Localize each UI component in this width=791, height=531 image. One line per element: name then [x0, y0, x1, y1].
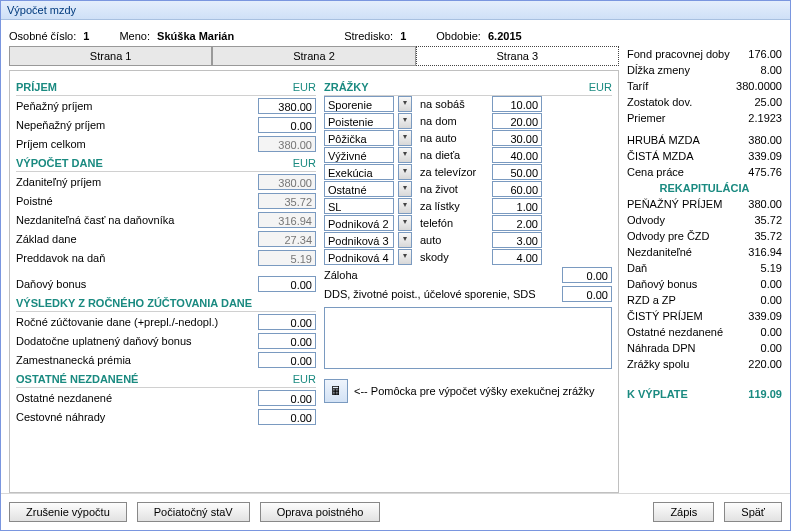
tab-strana3[interactable]: Strana 3 [416, 46, 619, 66]
osobne-cislo-label: Osobné číslo: [9, 30, 76, 42]
calculator-button[interactable]: 🖩 [324, 379, 348, 403]
dropdown-icon[interactable]: ▾ [398, 198, 412, 214]
dropdown-icon[interactable]: ▾ [398, 147, 412, 163]
dropdown-icon[interactable]: ▾ [398, 130, 412, 146]
dropdown-icon[interactable]: ▾ [398, 215, 412, 231]
dds-value[interactable]: 0.00 [562, 286, 612, 302]
zrazka-desc: na život [418, 183, 488, 195]
zdan-value: 380.00 [258, 174, 316, 190]
zrazka-desc: za televízor [418, 166, 488, 178]
zaklad-label: Základ dane [16, 233, 258, 245]
pociatocny-button[interactable]: Počiatočný staV [137, 502, 250, 522]
dodat-label: Dodatočne uplatnený daňový bonus [16, 335, 258, 347]
rekap-value: 339.09 [748, 308, 782, 324]
dropdown-icon[interactable]: ▾ [398, 113, 412, 129]
rekap-value: 0.00 [761, 276, 782, 292]
zaloha-label: Záloha [324, 269, 558, 281]
rekap-value: 0.00 [761, 340, 782, 356]
fond-value: 176.00 [748, 46, 782, 62]
zrazka-desc: za lístky [418, 200, 488, 212]
dropdown-icon[interactable]: ▾ [398, 249, 412, 265]
dlzka-label: Dĺžka zmeny [627, 62, 690, 78]
zrusenie-button[interactable]: Zrušenie výpočtu [9, 502, 127, 522]
zapis-button[interactable]: Zápis [653, 502, 714, 522]
rekap-value: 380.00 [748, 196, 782, 212]
cest-label: Cestovné náhrady [16, 411, 258, 423]
bonus-value[interactable]: 0.00 [258, 276, 316, 292]
rekap-value: 35.72 [754, 228, 782, 244]
cena-value: 475.76 [748, 164, 782, 180]
tab-strana1[interactable]: Strana 1 [9, 46, 212, 66]
rzd-title: VÝSLEDKY Z ROČNÉHO ZÚČTOVANIA DANE [16, 295, 316, 312]
dropdown-icon[interactable]: ▾ [398, 232, 412, 248]
bonus-label: Daňový bonus [16, 278, 258, 290]
obdobie-label: Obdobie: [436, 30, 481, 42]
zrazka-name[interactable]: Podniková 3 [324, 232, 394, 248]
priemer-value: 2.1923 [748, 110, 782, 126]
tab-strana2[interactable]: Strana 2 [212, 46, 415, 66]
zrazka-value[interactable]: 50.00 [492, 164, 542, 180]
rekap-label: Odvody [627, 212, 665, 228]
zrazka-value[interactable]: 1.00 [492, 198, 542, 214]
zrazka-name[interactable]: Sporenie [324, 96, 394, 112]
zrazka-value[interactable]: 4.00 [492, 249, 542, 265]
zrazka-name[interactable]: Poistenie [324, 113, 394, 129]
penazny-value[interactable]: 380.00 [258, 98, 316, 114]
calculator-icon: 🖩 [330, 384, 342, 398]
zrazka-value[interactable]: 10.00 [492, 96, 542, 112]
nepenazny-value[interactable]: 0.00 [258, 117, 316, 133]
zrazka-desc: na auto [418, 132, 488, 144]
prijem-title: PRÍJEMEUR [16, 79, 316, 96]
zrazka-value[interactable]: 20.00 [492, 113, 542, 129]
ost-value[interactable]: 0.00 [258, 390, 316, 406]
zrazka-name[interactable]: Podniková 4 [324, 249, 394, 265]
ostatne-title: OSTATNÉ NEZDANENÉEUR [16, 371, 316, 388]
zrazka-desc: auto [418, 234, 488, 246]
zrazka-desc: na sobáš [418, 98, 488, 110]
zaloha-value[interactable]: 0.00 [562, 267, 612, 283]
zrazka-name[interactable]: Exekúcia [324, 164, 394, 180]
zrazka-name[interactable]: SL [324, 198, 394, 214]
premia-value[interactable]: 0.00 [258, 352, 316, 368]
dropdown-icon[interactable]: ▾ [398, 96, 412, 112]
rekap-label: ČISTÝ PRÍJEM [627, 308, 703, 324]
zrazka-name[interactable]: Výživné [324, 147, 394, 163]
nepenazny-label: Nepeňažný príjem [16, 119, 258, 131]
zrazka-desc: skody [418, 251, 488, 263]
stredisko-value: 1 [400, 30, 406, 42]
priemer-label: Priemer [627, 110, 666, 126]
hruba-value: 380.00 [748, 132, 782, 148]
cena-label: Cena práce [627, 164, 684, 180]
zrazky-grid: Sporenie▾na sobáš10.00Poistenie▾na dom20… [324, 96, 612, 265]
zrazka-name[interactable]: Podniková 2 [324, 215, 394, 231]
dodat-value[interactable]: 0.00 [258, 333, 316, 349]
rekap-label: Daňový bonus [627, 276, 697, 292]
poistne-value: 35.72 [258, 193, 316, 209]
spat-button[interactable]: Späť [724, 502, 782, 522]
cest-value[interactable]: 0.00 [258, 409, 316, 425]
zrazka-value[interactable]: 40.00 [492, 147, 542, 163]
zrazka-value[interactable]: 3.00 [492, 232, 542, 248]
stredisko-label: Stredisko: [344, 30, 393, 42]
dane-title: VÝPOČET DANEEUR [16, 155, 316, 172]
zrazka-desc: telefón [418, 217, 488, 229]
rekap-label: Nezdaniteľné [627, 244, 692, 260]
note-area[interactable] [324, 307, 612, 369]
dropdown-icon[interactable]: ▾ [398, 181, 412, 197]
dropdown-icon[interactable]: ▾ [398, 164, 412, 180]
zrazka-value[interactable]: 30.00 [492, 130, 542, 146]
cista-label: ČISTÁ MZDA [627, 148, 694, 164]
zrazka-desc: na dieťa [418, 149, 488, 161]
zrazka-name[interactable]: Ostatné [324, 181, 394, 197]
zrazka-value[interactable]: 60.00 [492, 181, 542, 197]
oprava-button[interactable]: Oprava poistného [260, 502, 381, 522]
rocne-value[interactable]: 0.00 [258, 314, 316, 330]
window-title: Výpočet mzdy [1, 1, 790, 20]
rekap-value: 220.00 [748, 356, 782, 372]
rekap-title: REKAPITULÁCIA [627, 180, 782, 196]
rekap-value: 0.00 [761, 324, 782, 340]
app-window: Výpočet mzdy Osobné číslo: 1 Meno: Skúšk… [0, 0, 791, 531]
zrazka-name[interactable]: Pôžička [324, 130, 394, 146]
zrazka-value[interactable]: 2.00 [492, 215, 542, 231]
penazny-label: Peňažný príjem [16, 100, 258, 112]
